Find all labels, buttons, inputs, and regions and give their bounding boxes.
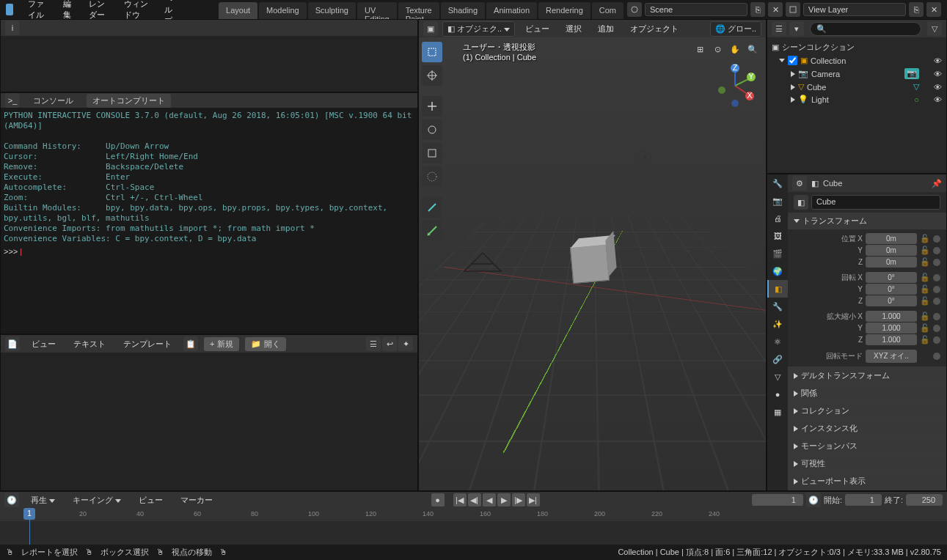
object-name-field[interactable]: Cube	[811, 195, 940, 210]
workspace-tab-uvediting[interactable]: UV Editing	[357, 2, 397, 19]
current-frame-field[interactable]: 1	[752, 494, 803, 506]
editor-type-timeline-icon[interactable]: 🕐	[4, 493, 19, 507]
prop-tab-render[interactable]: 📷	[767, 192, 788, 210]
workspace-tab-animation[interactable]: Animation	[486, 2, 537, 19]
play-reverse-button[interactable]: ◀	[483, 493, 496, 506]
tool-rotate[interactable]	[422, 119, 442, 140]
outliner-item-camera[interactable]: 📷Camera📷👁	[767, 67, 946, 81]
text-menu-text[interactable]: テキスト	[67, 336, 111, 352]
rotation-z-field[interactable]: 0°	[866, 295, 917, 306]
lock-icon[interactable]: 🔓	[920, 234, 930, 244]
viewlayer-name-field[interactable]: View Layer	[803, 3, 906, 16]
workspace-tab-texturepaint[interactable]: Texture Paint	[398, 2, 439, 19]
play-button[interactable]: ▶	[497, 493, 511, 506]
jump-end-button[interactable]: ▶|	[527, 493, 540, 506]
cube-mesh[interactable]	[570, 244, 610, 284]
jump-start-button[interactable]: |◀	[453, 493, 467, 506]
prop-tab-texture[interactable]: ▦	[767, 403, 788, 421]
scene-name-field[interactable]: Scene	[645, 3, 747, 16]
prop-tab-viewlayer[interactable]: 🖼	[767, 227, 788, 245]
orientation-select[interactable]: 🌐 グロー..	[710, 21, 761, 37]
jump-prev-keyframe-button[interactable]: ◀|	[468, 493, 481, 506]
text-menu-template[interactable]: テンプレート	[117, 336, 178, 352]
panel-instancing[interactable]: インスタンス化	[788, 420, 946, 437]
viewlayer-delete-icon[interactable]: ✕	[926, 2, 941, 17]
keyframe-dot-icon[interactable]	[933, 313, 940, 320]
rotation-mode-select[interactable]: XYZ オイ..	[866, 350, 917, 363]
panel-collections[interactable]: コレクション	[788, 402, 946, 419]
keyframe-dot-icon[interactable]	[933, 235, 940, 243]
text-browse-icon[interactable]: 📋	[183, 336, 198, 351]
location-x-field[interactable]: 0m	[866, 233, 917, 244]
outliner-display-icon[interactable]: ▾	[789, 21, 804, 36]
workspace-tab-rendering[interactable]: Rendering	[538, 2, 590, 19]
outliner-collection[interactable]: ▣Collection👁	[767, 54, 946, 67]
keyframe-dot-icon[interactable]	[933, 353, 940, 360]
lock-icon[interactable]: 🔓	[920, 257, 930, 268]
text-new-button[interactable]: +新規	[204, 337, 239, 351]
end-frame-field[interactable]: 250	[906, 494, 943, 506]
vp-overlays-icon[interactable]: ⊞	[692, 42, 707, 56]
workspace-tab-modeling[interactable]: Modeling	[259, 2, 307, 19]
keyframe-dot-icon[interactable]	[933, 286, 940, 293]
text-wordwrap-icon[interactable]: ↩	[382, 336, 397, 351]
keyframe-dot-icon[interactable]	[933, 298, 940, 305]
scale-y-field[interactable]: 1.000	[866, 323, 917, 334]
vp-menu-select[interactable]: 選択	[560, 21, 588, 37]
vp-menu-view[interactable]: ビュー	[519, 21, 555, 37]
panel-viewport-display[interactable]: ビューポート表示	[788, 473, 946, 490]
vp-menu-object[interactable]: オブジェクト	[624, 21, 684, 37]
outliner-filter-icon[interactable]: ▽	[927, 21, 942, 36]
prop-tab-data[interactable]: ▽	[767, 368, 788, 386]
editor-type-3dview-icon[interactable]: ▣	[423, 21, 438, 36]
mode-select[interactable]: ◧ オブジェク..	[442, 21, 515, 37]
viewlayer-new-icon[interactable]: ⎘	[909, 2, 924, 17]
panel-relations[interactable]: 関係	[788, 385, 946, 402]
outliner-search-input[interactable]: 🔍	[810, 22, 921, 36]
lock-icon[interactable]: 🔓	[920, 246, 930, 256]
light-object[interactable]	[634, 146, 656, 168]
keyframe-dot-icon[interactable]	[933, 274, 940, 281]
outliner-item-cube[interactable]: ▽Cube▽👁	[767, 81, 946, 93]
tl-menu-keying[interactable]: キーイング	[67, 493, 127, 508]
vp-xray-icon[interactable]: ✋	[728, 42, 742, 56]
eye-icon[interactable]: 👁	[934, 83, 942, 92]
vp-shading-icon[interactable]: 🔍	[745, 42, 760, 56]
tool-scale[interactable]	[422, 143, 442, 163]
keyframe-dot-icon[interactable]	[933, 247, 940, 254]
lock-icon[interactable]: 🔓	[920, 273, 930, 283]
outliner-item-light[interactable]: 💡Light○👁	[767, 93, 946, 106]
editor-type-console-icon[interactable]: >_	[5, 93, 20, 108]
editor-type-props-icon[interactable]: ⚙	[792, 176, 807, 191]
tool-move[interactable]	[422, 96, 442, 117]
autokey-button[interactable]: ●	[431, 493, 445, 506]
prop-tab-object[interactable]: ◧	[767, 280, 788, 298]
prop-tab-world[interactable]: 🌍	[767, 262, 788, 280]
scale-z-field[interactable]: 1.000	[866, 334, 917, 345]
lock-icon[interactable]: 🔓	[920, 284, 930, 295]
location-y-field[interactable]: 0m	[866, 245, 917, 256]
vp-gizmo-icon[interactable]: ⊙	[710, 42, 725, 56]
eye-icon[interactable]: 👁	[934, 70, 942, 78]
workspace-tab-compositing[interactable]: Com	[592, 2, 624, 19]
prop-tab-constraint[interactable]: 🔗	[767, 350, 788, 368]
prop-tab-scene[interactable]: 🎬	[767, 245, 788, 262]
text-syntax-icon[interactable]: ✦	[398, 336, 413, 351]
keyframe-dot-icon[interactable]	[933, 259, 940, 266]
workspace-tab-layout[interactable]: Layout	[219, 2, 257, 19]
tool-select-box[interactable]	[422, 42, 442, 62]
keyframe-dot-icon[interactable]	[933, 336, 940, 344]
scale-x-field[interactable]: 1.000	[866, 311, 917, 322]
tool-annotate[interactable]	[422, 197, 442, 218]
tl-menu-marker[interactable]: マーカー	[175, 493, 219, 508]
editor-type-outliner-icon[interactable]: ☰	[772, 21, 786, 36]
text-menu-view[interactable]: ビュー	[26, 336, 62, 352]
object-browse-icon[interactable]: ◧	[794, 195, 808, 210]
eye-icon[interactable]: 👁	[934, 56, 942, 65]
tool-measure[interactable]	[422, 221, 442, 241]
workspace-tab-shading[interactable]: Shading	[441, 2, 485, 19]
console-prompt[interactable]: >>> |	[1, 247, 417, 257]
keyframe-dot-icon[interactable]	[933, 325, 940, 332]
editor-type-text-icon[interactable]: 📄	[5, 336, 20, 351]
eye-icon[interactable]: 👁	[934, 95, 942, 104]
